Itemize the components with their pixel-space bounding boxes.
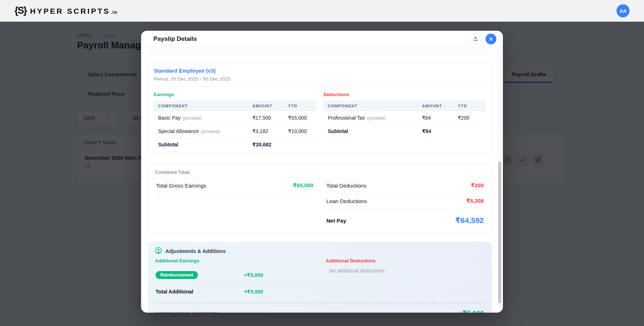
modal-title: Payslip Details bbox=[153, 35, 197, 43]
download-payslip-button[interactable] bbox=[469, 34, 482, 44]
additional-earnings-column: Additional Earnings Reimbursement +₹5,00… bbox=[155, 258, 314, 295]
earnings-table: COMPONENT AMOUNT YTD Basic Pay(prorated)… bbox=[154, 100, 316, 151]
adjustments-header: Adjustments & Additions bbox=[155, 247, 485, 256]
modal-content: Standard Employee (v3) Period: 20 Dec 20… bbox=[141, 48, 503, 313]
total-gross-label: Total Gross Earnings bbox=[156, 183, 206, 189]
no-additional-deductions-text: No additional deductions bbox=[326, 268, 485, 274]
ytd-value: ₹55,000 bbox=[284, 111, 316, 125]
adjustment-amount: +₹5,000 bbox=[244, 272, 263, 278]
pay-period: Period: 20 Dec 2025 - 30 Dec 2025 bbox=[154, 76, 486, 82]
hyper-scripts-logo: {S} HYPER SCRIPTS .io bbox=[14, 5, 117, 16]
earnings-col-amount: AMOUNT bbox=[248, 100, 284, 111]
payslip-details-modal: Payslip Details ✕ Standard Employee (v3)… bbox=[141, 31, 503, 313]
close-modal-button[interactable]: ✕ bbox=[486, 34, 496, 44]
earnings-label: Earnings bbox=[154, 92, 316, 97]
component-name: Special Allowance bbox=[158, 128, 199, 134]
app-header: {S} HYPER SCRIPTS .io AA bbox=[0, 0, 644, 22]
total-additional-label: Total Additional bbox=[156, 289, 244, 295]
combined-totals-card: Combined Totals Total Gross Earnings ₹65… bbox=[148, 164, 492, 234]
earnings-col-component: COMPONENT bbox=[154, 100, 248, 111]
deductions-section: Deductions COMPONENT AMOUNT YTD bbox=[323, 92, 486, 151]
scrolled-card-edge bbox=[148, 50, 492, 53]
deductions-table: COMPONENT AMOUNT YTD Professional Tax(pr… bbox=[323, 100, 486, 138]
total-deductions-label: Total Deductions bbox=[326, 183, 367, 189]
subtotal-label: Subtotal bbox=[323, 125, 418, 138]
loan-deductions-value: ₹5,208 bbox=[466, 198, 484, 204]
logo-tld: .io bbox=[111, 9, 117, 15]
combined-totals-title: Combined Totals bbox=[155, 170, 484, 175]
additional-earnings-label: Additional Earnings bbox=[155, 258, 314, 263]
amount-value: ₹3,182 bbox=[248, 125, 284, 138]
modal-scrollbar-track[interactable] bbox=[498, 50, 501, 308]
ytd-value: ₹200 bbox=[453, 111, 486, 125]
gross-earnings-column: Total Gross Earnings ₹65,000 bbox=[155, 178, 314, 225]
prorated-note: (prorated) bbox=[182, 116, 202, 121]
net-pay-value: ₹64,592 bbox=[455, 216, 484, 225]
earnings-subtotal-row: Subtotal ₹20,682 bbox=[154, 138, 316, 151]
earnings-row: Basic Pay(prorated) ₹17,500 ₹55,000 bbox=[154, 111, 316, 125]
deductions-col-component: COMPONENT bbox=[323, 100, 418, 111]
subtotal-value: ₹64 bbox=[418, 125, 453, 138]
component-name: Professional Tax bbox=[328, 115, 365, 121]
loan-deductions-row: Loan Deductions ₹5,208 bbox=[326, 193, 484, 209]
employee-name-link[interactable]: Standard Employee (v3) bbox=[154, 68, 486, 74]
total-deductions-row: Total Deductions ₹200 bbox=[326, 178, 484, 193]
download-icon bbox=[473, 36, 478, 42]
user-avatar[interactable]: AA bbox=[617, 4, 630, 17]
adjustments-card: Adjustments & Additions Additional Earni… bbox=[148, 242, 492, 313]
net-pay-label: Net Pay bbox=[326, 218, 346, 224]
total-gross-value: ₹65,000 bbox=[293, 182, 313, 189]
dashed-divider bbox=[155, 303, 485, 303]
deductions-col-ytd: YTD bbox=[453, 100, 486, 111]
net-impact-value: +₹5,000 bbox=[458, 309, 484, 313]
divider bbox=[154, 86, 486, 87]
prorated-note: (prorated) bbox=[201, 129, 220, 134]
adjustment-item-row: Reimbursement +₹5,000 bbox=[155, 267, 314, 284]
amount-value: ₹64 bbox=[418, 111, 453, 125]
amount-value: ₹17,500 bbox=[248, 111, 284, 125]
net-pay-row: Net Pay ₹64,592 bbox=[326, 216, 484, 225]
loan-deductions-label: Loan Deductions bbox=[326, 198, 367, 204]
additional-deductions-label: Additional Deductions bbox=[326, 258, 485, 263]
employee-payslip-card: Standard Employee (v3) Period: 20 Dec 20… bbox=[148, 62, 492, 154]
deductions-totals-column: Total Deductions ₹200 Loan Deductions ₹5… bbox=[326, 178, 484, 225]
prorated-note: (prorated) bbox=[367, 116, 386, 121]
modal-header-actions: ✕ bbox=[469, 34, 496, 44]
reimbursement-badge: Reimbursement bbox=[156, 271, 198, 279]
total-gross-row: Total Gross Earnings ₹65,000 bbox=[155, 178, 314, 193]
earnings-col-ytd: YTD bbox=[284, 100, 316, 111]
user-circle-icon bbox=[155, 247, 162, 256]
logo-mark-icon: {S} bbox=[14, 5, 26, 16]
modal-scrollbar-thumb[interactable] bbox=[498, 162, 501, 303]
adjustments-title: Adjustments & Additions bbox=[165, 248, 226, 254]
net-impact-label: Net Impact from Adjustments bbox=[156, 310, 218, 313]
total-additional-row: Total Additional +₹5,000 bbox=[155, 284, 314, 295]
close-icon: ✕ bbox=[489, 37, 493, 42]
ytd-value: ₹10,000 bbox=[284, 125, 316, 138]
subtotal-label: Subtotal bbox=[154, 138, 248, 151]
deductions-subtotal-row: Subtotal ₹64 bbox=[323, 125, 486, 138]
total-deductions-value: ₹200 bbox=[471, 182, 484, 189]
earnings-row: Special Allowance(prorated) ₹3,182 ₹10,0… bbox=[154, 125, 316, 138]
total-additional-value: +₹5,000 bbox=[244, 289, 263, 295]
earnings-section: Earnings COMPONENT AMOUNT YTD bbox=[154, 92, 316, 151]
subtotal-value: ₹20,682 bbox=[248, 138, 284, 151]
modal-header: Payslip Details ✕ bbox=[141, 31, 503, 48]
deductions-label: Deductions bbox=[323, 92, 486, 97]
logo-name: HYPER SCRIPTS bbox=[30, 7, 110, 16]
deductions-col-amount: AMOUNT bbox=[418, 100, 453, 111]
net-impact-row: Net Impact from Adjustments +₹5,000 bbox=[155, 309, 485, 313]
component-name: Basic Pay bbox=[158, 115, 181, 121]
screen: {S} HYPER SCRIPTS .io AA HRMS / Payroll … bbox=[0, 0, 644, 326]
deductions-row: Professional Tax(prorated) ₹64 ₹200 bbox=[323, 111, 486, 125]
additional-deductions-column: Additional Deductions No additional dedu… bbox=[326, 258, 485, 295]
